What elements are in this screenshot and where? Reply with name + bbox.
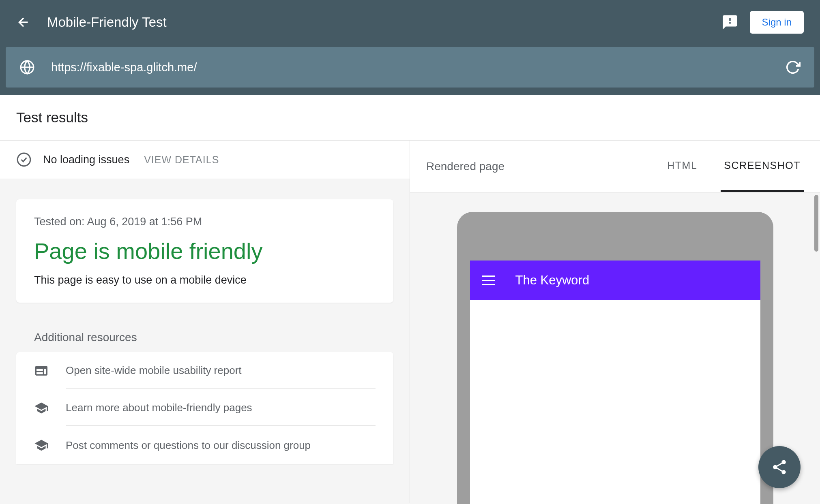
result-headline: Page is mobile friendly: [34, 238, 376, 264]
rendered-page-label: Rendered page: [426, 160, 664, 173]
tab-group: HTML SCREENSHOT: [664, 141, 804, 192]
tested-on-text: Tested on: Aug 6, 2019 at 1:56 PM: [34, 216, 376, 228]
resource-item-usability-report[interactable]: Open site-wide mobile usability report: [16, 352, 393, 389]
header-right: Sign in: [721, 11, 804, 34]
school-icon: [34, 438, 49, 453]
view-details-link[interactable]: VIEW DETAILS: [144, 154, 219, 166]
mock-site-title: The Keyword: [515, 273, 590, 288]
app-header: Mobile-Friendly Test Sign in: [0, 0, 820, 45]
main-content: No loading issues VIEW DETAILS Tested on…: [0, 141, 820, 503]
loading-status-text: No loading issues: [43, 154, 129, 166]
school-icon: [34, 401, 49, 415]
check-circle-icon: [16, 152, 32, 167]
result-subtext: This page is easy to use on a mobile dev…: [34, 274, 376, 286]
loading-status-bar: No loading issues VIEW DETAILS: [0, 141, 410, 179]
share-icon: [771, 459, 788, 476]
tab-html[interactable]: HTML: [664, 141, 700, 192]
app-title: Mobile-Friendly Test: [47, 15, 167, 30]
resources-card: Open site-wide mobile usability report L…: [16, 352, 393, 464]
resource-label: Learn more about mobile-friendly pages: [66, 401, 376, 426]
phone-screen: The Keyword: [470, 261, 760, 504]
refresh-icon[interactable]: [785, 60, 801, 75]
resource-label: Open site-wide mobile usability report: [66, 364, 376, 389]
signin-button[interactable]: Sign in: [750, 11, 804, 34]
url-text: https://fixable-spa.glitch.me/: [51, 61, 769, 74]
results-header: Test results: [0, 95, 820, 141]
url-bar[interactable]: https://fixable-spa.glitch.me/: [6, 47, 814, 88]
hamburger-icon: [482, 275, 495, 285]
mock-site-header: The Keyword: [470, 261, 760, 300]
back-arrow-icon[interactable]: [16, 15, 31, 30]
svg-point-2: [17, 153, 30, 166]
result-card: Tested on: Aug 6, 2019 at 1:56 PM Page i…: [16, 199, 393, 303]
right-panel: Rendered page HTML SCREENSHOT The Keywor…: [410, 141, 820, 503]
scrollbar-thumb[interactable]: [814, 195, 818, 252]
left-panel: No loading issues VIEW DETAILS Tested on…: [0, 141, 410, 503]
phone-preview-area: The Keyword: [410, 192, 820, 504]
results-title: Test results: [16, 109, 804, 126]
header-left: Mobile-Friendly Test: [16, 15, 167, 30]
phone-frame: The Keyword: [457, 212, 773, 504]
right-header: Rendered page HTML SCREENSHOT: [410, 141, 820, 192]
resource-item-discussion[interactable]: Post comments or questions to our discus…: [16, 427, 393, 464]
web-icon: [34, 363, 49, 378]
resource-item-learn-more[interactable]: Learn more about mobile-friendly pages: [16, 389, 393, 427]
share-fab[interactable]: [758, 446, 801, 488]
resources-title: Additional resources: [16, 323, 393, 352]
resources-section: Additional resources Open site-wide mobi…: [16, 323, 393, 464]
feedback-icon[interactable]: [721, 14, 738, 31]
url-section: https://fixable-spa.glitch.me/: [0, 45, 820, 95]
resource-label: Post comments or questions to our discus…: [66, 439, 376, 463]
tab-screenshot[interactable]: SCREENSHOT: [721, 141, 804, 192]
globe-icon: [19, 60, 35, 75]
